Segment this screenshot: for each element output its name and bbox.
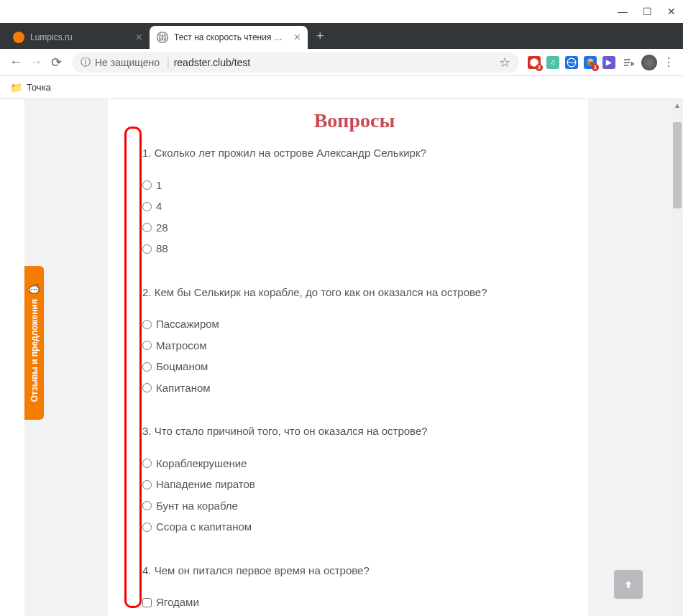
question-text: 2. Кем бы Селькирк на корабле, до того к… [142, 285, 567, 301]
radio-input[interactable] [142, 202, 152, 211]
tab-lumpics[interactable]: Lumpics.ru × [6, 26, 150, 49]
extension-icon[interactable]: 📦 1 [584, 56, 597, 69]
extension-icon[interactable]: 2 [528, 56, 541, 69]
maximize-button[interactable]: ☐ [643, 7, 651, 16]
question-3: 3. Что стало причиной того, что он оказа… [142, 423, 567, 535]
option-label: 28 [156, 220, 168, 236]
extension-icon[interactable] [565, 56, 578, 69]
radio-input[interactable] [142, 480, 152, 489]
favicon-icon [13, 32, 24, 43]
option[interactable]: Пассажиром [142, 316, 567, 333]
option-label: Бунт на корабле [156, 498, 238, 515]
bookmark-star-icon[interactable]: ☆ [499, 55, 510, 70]
tab-readster[interactable]: Тест на скорость чтения — Тре × [150, 26, 308, 49]
option-label: Нападение пиратов [156, 477, 255, 493]
security-label: Не защищено [95, 57, 160, 68]
option-label: Ягодами [156, 594, 199, 611]
option[interactable]: Ягодами [142, 594, 567, 611]
option-label: Матросом [156, 338, 207, 354]
radio-input[interactable] [142, 180, 152, 190]
page-viewport: Вопросы 1. Сколько лет прожил на острове… [24, 99, 671, 616]
folder-icon: 📁 [10, 82, 22, 93]
option[interactable]: 4 [142, 198, 567, 215]
option[interactable]: 1 [142, 178, 567, 194]
forward-button[interactable]: → [29, 55, 43, 70]
option[interactable]: Ссора с капитаном [142, 519, 567, 535]
question-2: 2. Кем бы Селькирк на корабле, до того к… [142, 285, 567, 397]
page-title: Вопросы [142, 99, 567, 145]
toolbar: ← → ⟳ ⓘ Не защищено | readster.club/test… [0, 49, 683, 76]
tab-strip: Lumpics.ru × Тест на скорость чтения — Т… [0, 23, 683, 49]
close-tab-button[interactable]: × [294, 31, 301, 44]
option[interactable]: 88 [142, 241, 567, 257]
option[interactable]: Бунт на корабле [142, 498, 567, 515]
checkbox-input[interactable] [142, 598, 152, 607]
scroll-to-top-button[interactable] [614, 570, 643, 599]
favicon-icon [157, 32, 168, 43]
back-button[interactable]: ← [9, 55, 23, 70]
option-label: Боцманом [156, 359, 208, 375]
question-text: 3. Что стало причиной того, что он оказа… [142, 423, 567, 440]
radio-input[interactable] [142, 223, 152, 232]
option[interactable]: Матросом [142, 338, 567, 354]
window-controls: — ☐ ✕ [0, 0, 683, 23]
new-tab-button[interactable]: + [308, 29, 333, 44]
tab-title: Тест на скорость чтения — Тре [174, 32, 290, 42]
feedback-tab[interactable]: Отзывы и предложения 💬 [24, 266, 44, 420]
option[interactable]: Боцманом [142, 359, 567, 375]
option-label: 1 [156, 178, 162, 194]
bookmarks-bar: 📁 Точка [0, 76, 683, 99]
option-label: Ссора с капитаном [156, 519, 252, 535]
extension-badge: 2 [536, 64, 543, 71]
radio-input[interactable] [142, 523, 152, 532]
profile-avatar[interactable] [641, 55, 657, 70]
option[interactable]: 28 [142, 220, 567, 236]
page-content: Вопросы 1. Сколько лет прожил на острове… [108, 99, 588, 616]
scrollbar-up-button[interactable]: ▲ [671, 99, 683, 111]
question-text: 4. Чем он питался первое время на остров… [142, 563, 567, 579]
option-label: Пассажиром [156, 316, 219, 333]
extension-icon[interactable]: ♫ [546, 56, 559, 69]
url-text: readster.club/test [174, 57, 251, 68]
close-window-button[interactable]: ✕ [667, 7, 676, 16]
question-text: 1. Сколько лет прожил на острове Алексан… [142, 145, 567, 162]
feedback-tab-label: Отзывы и предложения 💬 [29, 284, 40, 402]
info-icon: ⓘ [81, 56, 91, 69]
option[interactable]: Нападение пиратов [142, 477, 567, 493]
bookmark-item[interactable]: Точка [27, 82, 51, 93]
close-tab-button[interactable]: × [136, 31, 142, 44]
question-1: 1. Сколько лет прожил на острове Алексан… [142, 145, 567, 257]
playlist-icon[interactable] [621, 55, 636, 70]
option[interactable]: Капитаном [142, 380, 567, 397]
extension-icon[interactable]: ▶ [602, 56, 615, 69]
radio-input[interactable] [142, 320, 152, 329]
option[interactable]: Кораблекрушение [142, 456, 567, 472]
radio-input[interactable] [142, 362, 152, 372]
scrollbar-thumb[interactable] [673, 122, 682, 208]
option-label: 4 [156, 198, 162, 215]
tab-title: Lumpics.ru [30, 32, 132, 42]
radio-input[interactable] [142, 244, 152, 254]
minimize-button[interactable]: — [618, 7, 627, 16]
radio-input[interactable] [142, 459, 152, 468]
question-4: 4. Чем он питался первое время на остров… [142, 563, 567, 617]
reload-button[interactable]: ⟳ [49, 55, 63, 70]
menu-button[interactable]: ⋮ [663, 55, 674, 69]
chat-icon: 💬 [29, 284, 40, 295]
option-label: Кораблекрушение [156, 456, 247, 472]
radio-input[interactable] [142, 341, 152, 350]
extension-badge: 1 [592, 64, 599, 71]
option-label: Капитаном [156, 380, 211, 397]
option-label: 88 [156, 241, 168, 257]
radio-input[interactable] [142, 501, 152, 510]
radio-input[interactable] [142, 383, 152, 392]
address-bar[interactable]: ⓘ Не защищено | readster.club/test ☆ [72, 52, 519, 73]
